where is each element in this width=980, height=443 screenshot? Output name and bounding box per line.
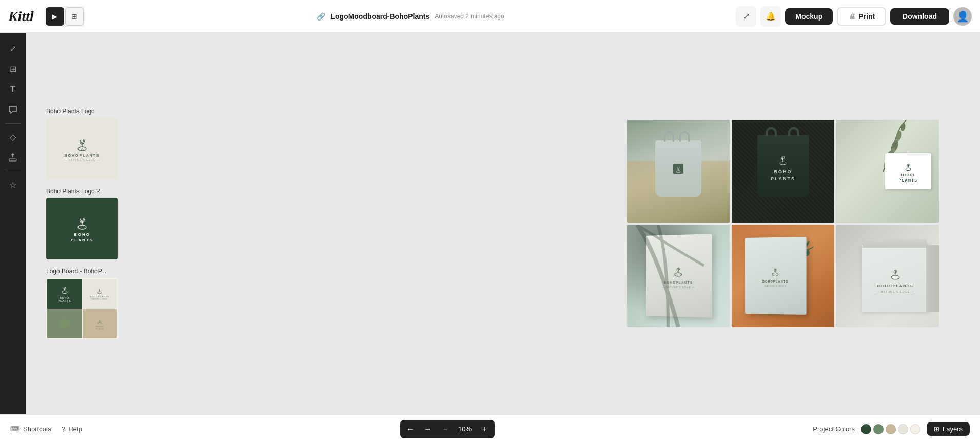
tag-logo bbox=[903, 160, 914, 172]
autosave-status: Autosaved 2 minutes ago bbox=[435, 13, 504, 20]
share-icon: ⤢ bbox=[743, 11, 750, 21]
filename-label: LogoMoodboard-BohoPlants bbox=[330, 12, 429, 21]
zoom-in-button[interactable]: + bbox=[477, 422, 492, 436]
mockup-button[interactable]: Mockup bbox=[785, 8, 833, 25]
help-icon: ? bbox=[62, 425, 65, 433]
mockup-cell-box-white[interactable]: BOHOPLANTS — NATURE'S EDGE — bbox=[836, 225, 939, 327]
keyboard-icon: ⌨ bbox=[10, 425, 20, 433]
design-file-label-2: Boho Plants Logo 2 bbox=[46, 188, 118, 195]
thumb-cell-2: BOHOPLANTS NATURE'S EDGE bbox=[83, 279, 117, 309]
design-file-label-3: Logo Board - BohoP... bbox=[46, 268, 118, 275]
mockup-cell-notebook-orange[interactable]: BOHOPLANTS NATURE'S EDGE bbox=[732, 225, 834, 327]
bottom-center: ← → − 10% + bbox=[400, 420, 495, 438]
mockup-cell-tag-white[interactable]: BOHO PLANTS bbox=[836, 120, 939, 223]
tote-dark-logo bbox=[775, 151, 791, 167]
thumb-collage: BOHOPLANTS BOHOPLANTS NATURE'S EDGE bbox=[47, 279, 117, 338]
thumb-cell-4: BOHO PLANTS bbox=[83, 309, 117, 339]
left-sidebar: ⤢ ⊞ T ◇ ☆ bbox=[0, 33, 26, 414]
svg-point-4 bbox=[62, 291, 67, 294]
sidebar-diamond-icon[interactable]: ◇ bbox=[4, 128, 22, 146]
bottom-bar: ⌨ Shortcuts ? Help ← → − 10% + Project C… bbox=[0, 414, 980, 443]
bottom-left: ⌨ Shortcuts ? Help bbox=[10, 425, 82, 433]
sidebar-comment-icon[interactable] bbox=[4, 100, 22, 119]
svg-rect-0 bbox=[9, 159, 16, 161]
color-swatch-3[interactable] bbox=[886, 424, 896, 434]
svg-point-13 bbox=[900, 123, 906, 131]
svg-point-16 bbox=[906, 168, 911, 171]
help-button[interactable]: ? Help bbox=[62, 425, 82, 433]
thumb-1-sub: — NATURE'S EDGE — bbox=[64, 158, 100, 162]
design-file-label-1: Boho Plants Logo bbox=[46, 108, 118, 115]
sidebar-divider-2 bbox=[5, 171, 21, 171]
layers-icon: ⊞ bbox=[934, 425, 939, 433]
design-file-thumb-2[interactable]: BOHO PLANTS bbox=[46, 198, 118, 259]
color-swatch-1[interactable] bbox=[861, 424, 871, 434]
svg-point-3 bbox=[78, 225, 86, 229]
svg-point-6 bbox=[98, 322, 102, 324]
mockup-cell-bag-light[interactable] bbox=[627, 120, 730, 223]
grid-mode-button[interactable]: ⊞ bbox=[65, 7, 84, 26]
sidebar-text-icon[interactable]: T bbox=[4, 80, 22, 98]
shortcuts-button[interactable]: ⌨ Shortcuts bbox=[10, 425, 51, 433]
color-swatch-4[interactable] bbox=[898, 424, 908, 434]
color-swatch-2[interactable] bbox=[873, 424, 884, 434]
design-file-item-3[interactable]: Logo Board - BohoP... BOHOPLANTS BOHOPLA… bbox=[46, 268, 118, 339]
svg-point-21 bbox=[772, 273, 778, 276]
notebook-orange-logo bbox=[769, 265, 782, 278]
download-button[interactable]: Download bbox=[890, 8, 949, 25]
design-files-panel: Boho Plants Logo BOHOPLANTS — NATURE'S E… bbox=[46, 108, 118, 339]
thumb-logo-container-2: BOHO PLANTS bbox=[71, 215, 93, 243]
redo-button[interactable]: → bbox=[421, 422, 435, 436]
mockup-grid: BOHO PLANTS bbox=[627, 120, 939, 327]
thumb-logo-container-1: BOHOPLANTS — NATURE'S EDGE — bbox=[64, 136, 100, 162]
layers-button[interactable]: ⊞ Layers bbox=[927, 422, 970, 436]
boho-plant-logo-2 bbox=[74, 215, 90, 231]
play-mode-button[interactable]: ▶ bbox=[46, 7, 64, 26]
design-file-thumb-1[interactable]: BOHOPLANTS — NATURE'S EDGE — bbox=[46, 118, 118, 179]
notebook-orange-shape: BOHOPLANTS NATURE'S EDGE bbox=[745, 237, 807, 315]
boho-plant-logo-1 bbox=[74, 136, 90, 153]
box-logo bbox=[887, 264, 904, 281]
notifications-button[interactable]: 🔔 bbox=[760, 6, 781, 27]
link-icon: 🔗 bbox=[317, 12, 325, 21]
canvas-area[interactable]: Boho Plants Logo BOHOPLANTS — NATURE'S E… bbox=[26, 33, 980, 414]
user-avatar[interactable]: 👤 bbox=[953, 7, 972, 26]
zoom-value: 10% bbox=[456, 425, 474, 433]
sidebar-grid-icon[interactable]: ⊞ bbox=[4, 59, 22, 78]
svg-point-5 bbox=[97, 292, 102, 294]
canvas-content: Boho Plants Logo BOHOPLANTS — NATURE'S E… bbox=[26, 33, 980, 414]
bottom-right: Project Colors ⊞ Layers bbox=[813, 422, 970, 436]
design-file-thumb-3[interactable]: BOHOPLANTS BOHOPLANTS NATURE'S EDGE bbox=[46, 278, 118, 339]
project-colors-label: Project Colors bbox=[813, 425, 855, 433]
sidebar-external-icon[interactable]: ⤢ bbox=[4, 39, 22, 57]
design-file-item-2[interactable]: Boho Plants Logo 2 BOHO PLANTS bbox=[46, 188, 118, 259]
mockup-cell-tote-dark[interactable]: BOHO PLANTS bbox=[732, 120, 834, 223]
design-file-item-1[interactable]: Boho Plants Logo BOHOPLANTS — NATURE'S E… bbox=[46, 108, 118, 179]
header-right: ⤢ 🔔 Mockup 🖨 Print Download 👤 bbox=[736, 6, 972, 27]
mockup-cell-notebook-light[interactable]: BOHOPLANTS — NATURE'S EDGE — bbox=[627, 225, 730, 327]
app-logo: Kittl bbox=[8, 8, 34, 25]
mode-toggle-group: ▶ ⊞ bbox=[44, 6, 85, 27]
svg-point-9 bbox=[780, 162, 786, 165]
sidebar-upload-icon[interactable] bbox=[4, 148, 22, 167]
tote-dark-shape: BOHO PLANTS bbox=[757, 135, 809, 197]
shadow-svg bbox=[627, 225, 730, 327]
sidebar-star-icon[interactable]: ☆ bbox=[4, 175, 22, 194]
thumb-1-name: BOHOPLANTS bbox=[65, 154, 100, 157]
svg-point-22 bbox=[891, 275, 899, 279]
zoom-controls: ← → − 10% + bbox=[400, 420, 495, 438]
undo-button[interactable]: ← bbox=[403, 422, 418, 436]
header-center: 🔗 LogoMoodboard-BohoPlants Autosaved 2 m… bbox=[91, 12, 730, 21]
header: Kittl ▶ ⊞ 🔗 LogoMoodboard-BohoPlants Aut… bbox=[0, 0, 980, 33]
color-swatches bbox=[861, 424, 920, 434]
bag-light-shape bbox=[655, 140, 701, 197]
print-button[interactable]: 🖨 Print bbox=[837, 7, 886, 26]
bell-icon: 🔔 bbox=[766, 11, 776, 21]
share-button[interactable]: ⤢ bbox=[736, 6, 756, 27]
color-swatch-5[interactable] bbox=[910, 424, 920, 434]
zoom-out-button[interactable]: − bbox=[438, 422, 453, 436]
thumb-cell-1: BOHOPLANTS bbox=[47, 279, 82, 309]
thumb-2-sub: PLANTS bbox=[71, 238, 93, 243]
print-icon: 🖨 bbox=[848, 12, 855, 21]
thumb-cell-3 bbox=[47, 309, 82, 339]
